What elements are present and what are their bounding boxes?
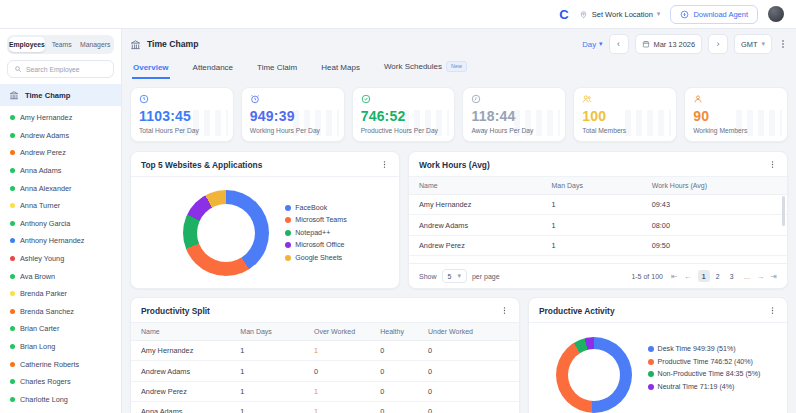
table-row[interactable]: Anna Adams 1 1 0 0 (131, 402, 519, 413)
list-item-employee[interactable]: Amy Hernandez (0, 109, 121, 127)
list-item-employee[interactable]: Brenda Sanchez (0, 303, 121, 321)
header-kebab-menu[interactable] (778, 38, 788, 50)
users-icon (582, 94, 668, 104)
sidebar-tab[interactable]: Employees (9, 37, 45, 52)
employee-name: Charlotte Long (20, 395, 68, 404)
top5-legend: FaceBook Microsoft Teams Not (285, 204, 347, 262)
list-item-employee[interactable]: Anthony Hernandez (0, 232, 121, 250)
status-dot (10, 256, 15, 261)
employee-name: Anna Turner (20, 201, 60, 210)
card-kebab-menu[interactable] (500, 305, 509, 316)
main-tab[interactable]: Overview (132, 60, 170, 79)
table-row[interactable]: Andrew Adams 1 0 0 0 (131, 361, 519, 381)
status-dot (10, 344, 15, 349)
list-item-employee[interactable]: Charles Rogers (0, 373, 121, 391)
sidebar-item-time-champ[interactable]: Time Champ (0, 84, 121, 106)
employee-name: Brian Carter (20, 324, 59, 333)
list-item-employee[interactable]: Anna Turner (0, 197, 121, 215)
legend-item: FaceBook (285, 204, 347, 212)
list-item-employee[interactable]: Brenda Parker (0, 285, 121, 303)
list-item-employee[interactable]: Anna Adams (0, 162, 121, 180)
period-dropdown[interactable]: Day▾ (582, 40, 602, 49)
table-row[interactable]: Andrew Adams 1 08:00 (409, 215, 787, 235)
page-button[interactable]: 3 (726, 270, 738, 282)
user-avatar[interactable] (768, 6, 784, 22)
card-kebab-menu[interactable] (380, 159, 389, 170)
per-page-label: per page (472, 273, 500, 280)
legend-dot (648, 346, 654, 352)
prev-page-button[interactable]: ← (684, 272, 692, 281)
status-dot (10, 203, 15, 208)
card-kebab-menu[interactable] (768, 305, 777, 316)
timechamp-logo-icon: C (559, 8, 568, 21)
app-root: C Set Work Location ▾ Download Agent Emp… (0, 0, 796, 413)
employee-name: Brian Long (20, 342, 55, 351)
topbar: C Set Work Location ▾ Download Agent (0, 0, 796, 29)
table-row[interactable]: Anna Adams 1 10:31 (409, 256, 787, 263)
list-item-employee[interactable]: Charlotte Ramirez (0, 408, 121, 413)
list-item-employee[interactable]: Charlotte Long (0, 391, 121, 409)
timezone-dropdown[interactable]: GMT▾ (734, 34, 772, 54)
top5-websites-card: Top 5 Websites & Applications FaceBook (130, 151, 400, 289)
list-item-employee[interactable]: Andrew Adams (0, 127, 121, 145)
scrollbar[interactable] (782, 196, 785, 226)
main-tab[interactable]: Heat Maps (320, 60, 361, 79)
list-item-employee[interactable]: Andrew Perez (0, 144, 121, 162)
page-title: Time Champ (130, 39, 198, 50)
list-item-employee[interactable]: Catherine Roberts (0, 355, 121, 373)
table-row[interactable]: Andrew Perez 1 09:50 (409, 236, 787, 256)
prev-date-button[interactable]: ‹ (609, 34, 629, 54)
employee-name: Catherine Roberts (20, 360, 79, 369)
card-kebab-menu[interactable] (768, 159, 777, 170)
card-title: Productivity Split (141, 306, 210, 316)
legend-dot (285, 255, 291, 261)
list-item-employee[interactable]: Brian Carter (0, 320, 121, 338)
next-page-button[interactable]: → (756, 272, 764, 281)
main-tab[interactable]: Work Schedules New (383, 58, 468, 79)
chevron-down-icon: ▾ (599, 40, 603, 48)
date-picker[interactable]: Mar 13 2026 (635, 34, 703, 54)
main-tab[interactable]: Attendance (192, 60, 234, 79)
next-date-button[interactable]: › (708, 34, 728, 54)
list-item-employee[interactable]: Brian Long (0, 338, 121, 356)
status-dot (10, 115, 15, 120)
status-dot (10, 168, 15, 173)
page-size-select[interactable]: 5▾ (442, 269, 467, 283)
status-dot (10, 291, 15, 296)
page-button[interactable]: 1 (698, 270, 710, 282)
legend-item: Notepad++ (285, 229, 347, 237)
last-page-button[interactable]: ⇥ (770, 272, 777, 281)
table-row[interactable]: Andrew Perez 1 1 0 0 (131, 382, 519, 402)
status-dot (10, 397, 15, 402)
away-clock-icon (471, 94, 557, 104)
legend-dot (648, 384, 654, 390)
sidebar-tab[interactable]: Teams (45, 37, 79, 52)
set-work-location-dropdown[interactable]: Set Work Location ▾ (579, 10, 661, 19)
list-item-employee[interactable]: Anna Alexander (0, 179, 121, 197)
legend-dot (285, 217, 291, 223)
work-hours-card: Work Hours (Avg) Name Man Days Work Hour… (408, 151, 788, 289)
chevron-down-icon: ▾ (657, 10, 661, 18)
main-tab[interactable]: Time Claim (256, 60, 298, 79)
first-page-button[interactable]: ⇤ (671, 272, 678, 281)
status-dot (10, 309, 15, 314)
download-agent-button[interactable]: Download Agent (670, 5, 758, 24)
list-item-employee[interactable]: Ashley Young (0, 250, 121, 268)
sidebar-tab[interactable]: Managers (78, 37, 112, 52)
status-dot (10, 221, 15, 226)
list-item-employee[interactable]: Anthony Garcia (0, 215, 121, 233)
pagination: ⇤ ← 123 ... → ⇥ (671, 270, 777, 282)
table-row[interactable]: Amy Hernandez 1 09:43 (409, 195, 787, 215)
search-employee-input[interactable] (26, 66, 107, 73)
employee-name: Anthony Garcia (20, 219, 70, 228)
table-row[interactable]: Amy Hernandez 1 1 0 0 (131, 341, 519, 361)
chevron-down-icon: ▾ (761, 40, 765, 48)
employee-name: Ava Brown (20, 272, 55, 281)
page-button[interactable]: 2 (712, 270, 724, 282)
stat-working-hours: 949:39 Working Hours Per Day (241, 87, 345, 142)
employee-name: Anthony Hernandez (20, 236, 85, 245)
list-item-employee[interactable]: Ava Brown (0, 267, 121, 285)
employee-name: Andrew Adams (20, 131, 69, 140)
legend-dot (285, 230, 291, 236)
card-title: Top 5 Websites & Applications (141, 160, 262, 170)
